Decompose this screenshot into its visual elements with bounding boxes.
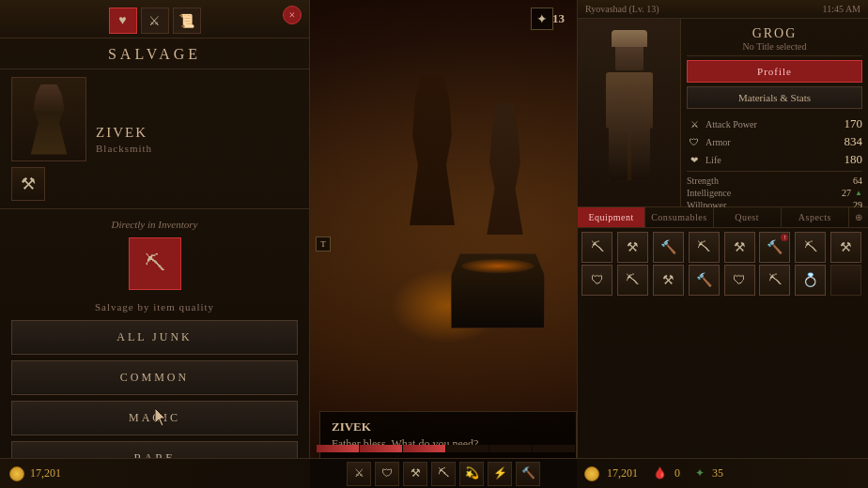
player-name-header: Ryovashad (Lv. 13) xyxy=(585,4,659,14)
character-name: GROG xyxy=(687,26,862,41)
stats-area: GROG No Title selected Profile Materials… xyxy=(681,19,868,206)
armor-value: 834 xyxy=(845,134,863,149)
character-panel: Ryovashad (Lv. 13) 11:45 AM GROG No Ti xyxy=(577,0,868,488)
salvage-magic-button[interactable]: MAGIC xyxy=(11,401,298,435)
strength-row: Strength 64 xyxy=(687,175,862,186)
life-icon: ❤ xyxy=(687,152,702,167)
equipment-tabs: Equipment Consumables Quest Aspects ⊕ xyxy=(578,206,868,228)
action-slot-1[interactable]: ⚔ xyxy=(347,462,371,486)
tab-equipment[interactable]: Equipment xyxy=(578,207,645,227)
life-row: ❤ Life 180 xyxy=(687,152,862,167)
equip-slot-10[interactable]: ⚒ xyxy=(653,265,684,296)
salvage-item-icon: ⛏ xyxy=(129,237,181,290)
equip-slot-5[interactable]: 🔨! xyxy=(759,232,790,263)
tab-icon-shield[interactable]: ⚔ xyxy=(141,8,169,34)
action-slot-4[interactable]: ⛏ xyxy=(431,462,456,486)
attack-power-label: Attack Power xyxy=(705,119,841,130)
tab-aspects[interactable]: Aspects xyxy=(782,207,849,227)
character-torso xyxy=(606,72,653,129)
attack-power-icon: ⚔ xyxy=(687,116,702,131)
tab-icon-scroll[interactable]: 📜 xyxy=(173,8,201,34)
npc-role: Blacksmith xyxy=(96,143,152,154)
equip-slot-2[interactable]: 🔨 xyxy=(653,232,684,263)
progress-seg-2 xyxy=(360,445,402,452)
life-value: 180 xyxy=(845,152,863,167)
attack-power-row: ⚔ Attack Power 170 xyxy=(687,116,862,131)
intelligence-arrow: ▲ xyxy=(855,189,862,197)
strength-label: Strength xyxy=(687,175,719,186)
armor-icon: 🛡 xyxy=(687,134,702,149)
equipment-grid: ⛏ ⚒ 🔨 ⛏ ⚒ 🔨! ⛏ ⚒ 🛡 ⛏ ⚒ 🔨 🛡 ⛏ 💍 xyxy=(578,228,868,299)
character-body xyxy=(598,38,659,188)
salvage-content: Directly in Inventory ⛏ Salvage by item … xyxy=(0,209,309,488)
equip-slot-1[interactable]: ⚒ xyxy=(617,232,648,263)
progress-bar-area xyxy=(317,445,575,452)
t-key-indicator: T xyxy=(316,236,331,252)
strength-value: 64 xyxy=(853,175,862,186)
tab-icon-heart[interactable]: ♥ xyxy=(109,8,137,34)
equip-slot-8[interactable]: 🛡 xyxy=(581,265,612,296)
equip-slot-9[interactable]: ⛏ xyxy=(617,265,648,296)
item-badge-5: ! xyxy=(781,234,788,241)
progress-seg-6 xyxy=(533,445,575,452)
profile-button[interactable]: Profile xyxy=(687,60,862,83)
character-leg-right xyxy=(631,129,650,180)
equip-slot-13[interactable]: ⛏ xyxy=(759,265,790,296)
action-slot-2[interactable]: 🛡 xyxy=(375,462,399,486)
progress-seg-3 xyxy=(403,445,445,452)
action-slot-3[interactable]: ⚒ xyxy=(403,462,427,486)
forge-object xyxy=(451,253,545,328)
map-number: 13 xyxy=(552,11,565,26)
equip-slot-6[interactable]: ⛏ xyxy=(795,232,826,263)
tab-quest[interactable]: Quest xyxy=(714,207,782,227)
character-model xyxy=(578,19,680,206)
materials-stats-button[interactable]: Materials & Stats xyxy=(687,86,862,109)
character-model-area xyxy=(578,19,681,206)
gold-coin-right xyxy=(584,466,599,481)
gold-amount-left: 17,201 xyxy=(30,466,61,480)
progress-seg-5 xyxy=(489,445,532,452)
gold-bar-left: 17,201 xyxy=(0,458,310,488)
equip-slot-7[interactable]: ⚒ xyxy=(830,232,861,263)
salvage-all-junk-button[interactable]: ALL JUNK xyxy=(11,320,298,355)
equip-slot-4[interactable]: ⚒ xyxy=(724,232,755,263)
npc-section: ⚒ ZIVEK Blacksmith xyxy=(0,69,309,209)
close-button[interactable]: × xyxy=(283,6,302,24)
panel-header: ♥ ⚔ 📜 × xyxy=(0,0,309,38)
currency3-icon: ✦ xyxy=(695,466,705,480)
quality-label: Salvage by item quality xyxy=(11,301,298,313)
character-name-area: GROG No Title selected xyxy=(687,23,862,56)
intelligence-row: Intelligence 27 ▲ xyxy=(687,188,862,198)
equip-slot-0[interactable]: ⛏ xyxy=(581,232,612,263)
character-leg-left xyxy=(609,129,628,180)
intelligence-label: Intelligence xyxy=(687,188,731,198)
npc-info: ZIVEK Blacksmith xyxy=(96,125,152,154)
progress-segments xyxy=(317,445,575,452)
equip-slot-15[interactable] xyxy=(830,265,861,296)
npc-avatar xyxy=(11,77,86,161)
equip-slot-14[interactable]: 💍 xyxy=(795,265,826,296)
progress-seg-4 xyxy=(446,445,488,452)
action-slot-6[interactable]: ⚡ xyxy=(488,462,512,486)
blood-shards-icon: 🩸 xyxy=(653,466,667,480)
attack-power-value: 170 xyxy=(845,116,863,131)
character-title: No Title selected xyxy=(687,41,862,52)
salvage-common-button[interactable]: COMMON xyxy=(11,360,298,395)
armor-row: 🛡 Armor 834 xyxy=(687,134,862,149)
equip-slot-3[interactable]: ⛏ xyxy=(689,232,720,263)
action-slot-7[interactable]: 🔨 xyxy=(516,462,540,486)
blood-shards-amount: 0 xyxy=(674,466,680,480)
equip-slot-11[interactable]: 🔨 xyxy=(689,265,720,296)
player-time: 11:45 AM xyxy=(823,4,860,14)
character-head xyxy=(615,38,643,70)
intelligence-value: 27 ▲ xyxy=(842,188,862,198)
progress-seg-1 xyxy=(317,445,359,452)
tab-extra[interactable]: ⊕ xyxy=(849,207,868,227)
npc-figure xyxy=(23,84,75,155)
tab-consumables[interactable]: Consumables xyxy=(645,207,713,227)
panel-title: SALVAGE xyxy=(0,38,309,69)
action-slot-5[interactable]: 💫 xyxy=(459,462,484,486)
equip-slot-12[interactable]: 🛡 xyxy=(724,265,755,296)
character-panel-header: Ryovashad (Lv. 13) 11:45 AM xyxy=(578,0,868,19)
stat-divider xyxy=(687,171,862,172)
